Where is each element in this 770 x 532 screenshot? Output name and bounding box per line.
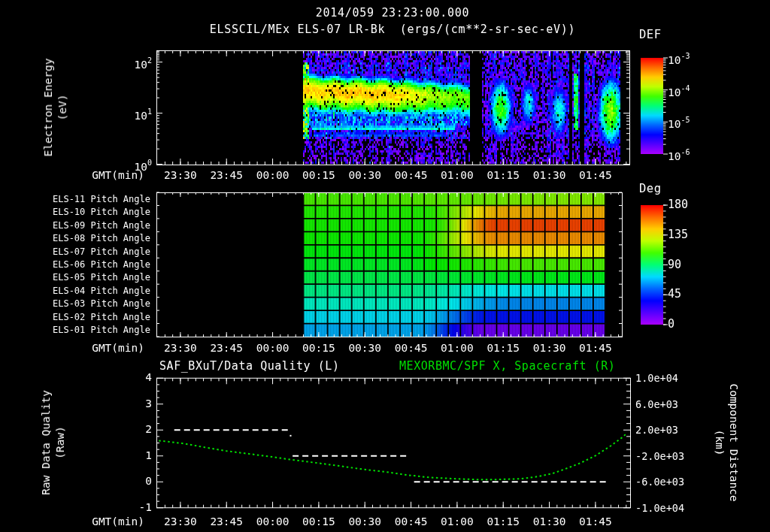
pitch-row-label: ELS-07 Pitch Angle (0, 246, 150, 258)
y-axis-label-line1: Electron Energy (41, 59, 56, 157)
y-tick-label: 2.0e+03 (635, 424, 678, 437)
pitch-row-label: ELS-11 Pitch Angle (0, 193, 150, 206)
exponent: -6 (681, 148, 690, 156)
x-tick-label: 01:15 (482, 169, 524, 182)
x-tick-label: 00:00 (252, 169, 294, 182)
y-tick-label: 4 (107, 371, 152, 384)
x-tick-label: 00:45 (390, 515, 432, 528)
y-tick-label: 1 (107, 449, 152, 462)
y-tick-label: 6.0e+03 (635, 398, 678, 411)
colorbar-tick-label: 135 (668, 228, 688, 241)
x-tick-label: 01:00 (436, 515, 478, 528)
colorbar-tick-label: 10-6 (668, 147, 690, 163)
pitch-row-label: ELS-05 Pitch Angle (0, 271, 150, 284)
pitch-row-label: ELS-04 Pitch Angle (0, 285, 150, 298)
x-tick-label: 23:30 (159, 169, 202, 182)
x-tick-label: 00:45 (390, 342, 432, 355)
x-tick-label: 01:15 (482, 515, 524, 528)
x-tick-label: 00:15 (298, 515, 340, 528)
y-tick-label: 102 (105, 55, 152, 71)
x-tick-label: 01:45 (574, 342, 617, 355)
x-tick-label: 00:30 (344, 342, 386, 355)
colorbar-tick-label: 90 (668, 258, 681, 271)
y-axis-label-line1: Component Distance (726, 383, 741, 501)
pitch-row-label: ELS-01 Pitch Angle (0, 324, 150, 337)
exponent: 0 (147, 159, 152, 167)
y-tick-label: 2 (107, 423, 152, 436)
colorbar-tick-label: 10-4 (668, 83, 690, 99)
pitch-row-label: ELS-02 Pitch Angle (0, 311, 150, 324)
y-tick-label: -1.0e+04 (635, 502, 684, 515)
y-axis-label-line1: Raw Data Quality (39, 390, 53, 495)
x-tick-label: 01:30 (529, 342, 571, 355)
colorbar-tick-label: 0 (668, 318, 675, 331)
x-tick-label: 01:45 (574, 169, 617, 182)
x-tick-label: 01:15 (482, 342, 524, 355)
bottom-panel-right-series-title: MEXORBMC/SPF X, Spacecraft (R) (399, 359, 615, 373)
y-tick-label: 101 (105, 106, 152, 122)
exponent: -4 (681, 84, 690, 92)
y-tick-label: 1.0e+04 (635, 372, 678, 385)
exponent: -5 (681, 116, 690, 124)
x-tick-label: 01:30 (529, 169, 571, 182)
y-axis-label-electron-energy: Electron Energy (eV) (41, 59, 70, 157)
gmt-label-bottom: GMT(min) (75, 515, 144, 528)
y-tick-label: 3 (107, 397, 152, 410)
gmt-label-middle: GMT(min) (75, 342, 144, 355)
x-tick-label: 01:00 (436, 169, 478, 182)
x-tick-label: 23:30 (159, 515, 202, 528)
y-tick-label: 100 (105, 157, 152, 174)
x-tick-label: 00:30 (344, 515, 386, 528)
x-tick-label: 23:45 (205, 515, 247, 528)
title-datetime: 2014/059 23:23:00.000 (8, 6, 770, 20)
y-tick-label: -6.0e+03 (635, 476, 684, 488)
exponent: -3 (681, 52, 690, 60)
x-tick-label: 01:45 (574, 515, 617, 528)
x-tick-label: 00:30 (344, 169, 386, 182)
exponent: 2 (147, 56, 152, 65)
x-tick-label: 00:15 (298, 169, 340, 182)
plot-window: 2014/059 23:23:00.000 ELSSCIL/MEx ELS-07… (0, 0, 770, 532)
pitch-row-label: ELS-08 Pitch Angle (0, 232, 150, 245)
colorbar-tick-label: 180 (668, 198, 688, 211)
colorbar-tick-label: 45 (668, 288, 681, 301)
x-tick-label: 01:30 (529, 515, 571, 528)
y-axis-label-component-distance: Component Distance (km) (712, 383, 741, 501)
y-axis-label-line2: (eV) (56, 59, 70, 157)
x-tick-label: 23:30 (159, 342, 202, 355)
y-tick-label: -1 (107, 501, 152, 514)
y-tick-label: -2.0e+03 (635, 450, 684, 463)
colorbar-tick-label: 10-3 (668, 50, 690, 67)
pitch-row-label: ELS-09 Pitch Angle (0, 219, 150, 232)
x-tick-label: 00:45 (390, 169, 432, 182)
pitch-row-label: ELS-10 Pitch Angle (0, 206, 150, 219)
x-tick-label: 23:45 (205, 342, 247, 355)
x-tick-label: 00:15 (298, 342, 340, 355)
y-tick-label: 0 (107, 475, 152, 488)
pitch-row-label: ELS-06 Pitch Angle (0, 258, 150, 271)
y-axis-label-line2: (Raw) (53, 390, 68, 495)
exponent: 1 (147, 107, 152, 116)
colorbar-deg-title: Deg (639, 182, 662, 195)
x-tick-label: 01:00 (436, 342, 478, 355)
colorbar-tick-label: 10-5 (668, 114, 690, 131)
bottom-panel-left-series-title: SAF_BXuT/Data Quality (L) (159, 359, 340, 373)
x-tick-label: 00:00 (252, 515, 294, 528)
y-axis-label-line2: (km) (712, 383, 726, 501)
x-tick-label: 00:00 (252, 342, 294, 355)
colorbar-def-title: DEF (639, 28, 662, 41)
x-tick-label: 23:45 (205, 169, 247, 182)
y-axis-label-raw-data-quality: Raw Data Quality (Raw) (39, 390, 68, 495)
pitch-row-label: ELS-03 Pitch Angle (0, 298, 150, 310)
